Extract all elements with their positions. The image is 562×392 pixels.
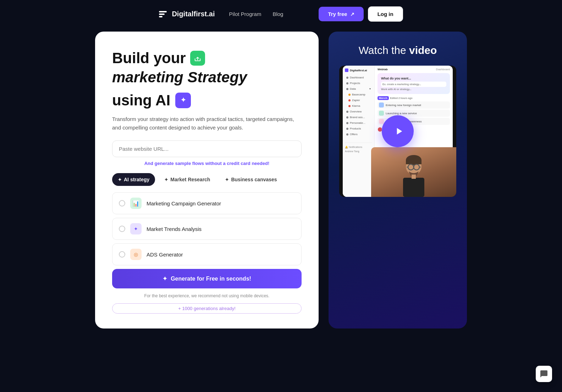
option-icon-ads: ◎ xyxy=(130,249,142,260)
left-card: Build your marketing Strategy using AI ✦… xyxy=(95,32,319,328)
nav-cta: Try free ↗ Log in xyxy=(319,6,403,22)
url-input[interactable] xyxy=(112,140,302,157)
mockup-sidebar: Digitalfirst.ai Dashboard Projects xyxy=(343,66,375,197)
try-free-button[interactable]: Try free ↗ xyxy=(319,7,363,21)
logo-text: Digitalfirst.ai xyxy=(172,10,215,18)
ai-badge: ✦ xyxy=(175,93,191,108)
radio-marketing xyxy=(119,200,125,206)
mockup-sidebar-projects: Projects xyxy=(345,81,372,86)
svg-rect-9 xyxy=(403,178,424,197)
mockup-header: Webtab Dashboard xyxy=(378,68,450,71)
mockup-sidebar-klarna: Klarna xyxy=(345,103,372,109)
svg-rect-2 xyxy=(406,160,422,164)
option-label-marketing: Marketing Campaign Generator xyxy=(147,200,221,206)
play-button[interactable] xyxy=(382,115,414,147)
mockup-sidebar-products: Products xyxy=(345,126,372,131)
tabs-row: ✦ AI strategy ✦ Market Research ✦ Busine… xyxy=(112,173,302,186)
hero-title: Build your xyxy=(112,49,302,67)
mockup-notifications: 🔔 Notifications Andrew Tang xyxy=(345,143,372,153)
option-label-trends: Market Trends Analysis xyxy=(147,226,202,232)
mockup-sidebar-basecamp: Basecamp xyxy=(345,92,372,97)
mockup-item-0: Entering new foreign market xyxy=(378,101,450,109)
mockup-sidebar-brand: Brand ass... xyxy=(345,115,372,120)
svg-rect-10 xyxy=(412,175,416,179)
mockup-sidebar-personal: Personaliz... xyxy=(345,120,372,126)
mockup-item-1: Launching a new service xyxy=(378,110,450,117)
tab-market-icon: ✦ xyxy=(164,177,168,182)
option-label-ads: ADS Generator xyxy=(147,252,183,258)
sample-flows-text: And generate sample flows without a cred… xyxy=(112,161,302,166)
chat-icon xyxy=(540,370,548,378)
radio-trends xyxy=(119,226,125,232)
play-icon xyxy=(393,126,404,137)
option-icon-trends: ✦ xyxy=(130,223,142,234)
upload-icon xyxy=(194,54,202,62)
tab-canvas-icon: ✦ xyxy=(225,177,229,182)
tab-ai-strategy[interactable]: ✦ AI strategy xyxy=(112,173,155,186)
device-note: For the best experience, we recommend no… xyxy=(112,293,302,298)
login-button[interactable]: Log in xyxy=(368,6,403,22)
tab-ai-strategy-icon: ✦ xyxy=(118,177,122,182)
sparkle-icon: ✦ xyxy=(162,275,167,282)
video-thumbnail xyxy=(371,147,456,197)
hero-icon-box xyxy=(190,51,205,66)
watch-title: Watch the video xyxy=(339,44,456,56)
generate-button[interactable]: ✦ Generate for Free in seconds! xyxy=(112,269,302,288)
option-market-trends[interactable]: ✦ Market Trends Analysis xyxy=(112,218,302,240)
person-silhouette xyxy=(392,154,435,197)
hero-description: Transform your strategy into action with… xyxy=(112,115,302,132)
chat-icon-button[interactable] xyxy=(536,366,552,382)
hero-subtitle: marketing Strategy using AI ✦ xyxy=(112,68,302,109)
option-ads-generator[interactable]: ◎ ADS Generator xyxy=(112,243,302,265)
nav-pilot-program[interactable]: Pilot Program xyxy=(229,11,261,17)
mockup-sidebar-data: Data ▾ xyxy=(345,86,372,92)
mockup-sidebar-offers: Offers xyxy=(345,132,372,137)
generations-badge: + 1000 generations already! xyxy=(112,303,302,314)
option-icon-marketing: 📊 xyxy=(130,198,142,209)
video-preview: Digitalfirst.ai Dashboard Projects xyxy=(339,66,456,197)
mockup-sidebar-zapier: Zapier xyxy=(345,98,372,103)
right-card: Watch the video Digitalfirst.ai Dashboar… xyxy=(329,32,467,328)
tab-market-research[interactable]: ✦ Market Research xyxy=(159,173,216,186)
tab-business-canvases[interactable]: ✦ Business canvases xyxy=(219,173,282,186)
mockup-ai-box: What do you want... Ex. create a marketi… xyxy=(378,73,450,94)
main-content: Build your marketing Strategy using AI ✦… xyxy=(0,32,562,328)
mockup-logo: Digitalfirst.ai xyxy=(345,68,372,72)
logo[interactable]: Digitalfirst.ai xyxy=(159,10,215,18)
mockup-sidebar-overview: Overview xyxy=(345,109,372,114)
nav-blog[interactable]: Blog xyxy=(272,11,283,17)
mockup-merch-label: Merch Edited 2 hours ago xyxy=(378,96,450,100)
radio-ads xyxy=(119,251,125,258)
mockup-sidebar-dashboard: Dashboard xyxy=(345,75,372,80)
arrow-icon: ↗ xyxy=(350,11,354,17)
option-marketing-campaign[interactable]: 📊 Marketing Campaign Generator xyxy=(112,192,302,214)
logo-icon xyxy=(159,11,167,17)
nav-links: Pilot Program Blog xyxy=(229,11,283,17)
